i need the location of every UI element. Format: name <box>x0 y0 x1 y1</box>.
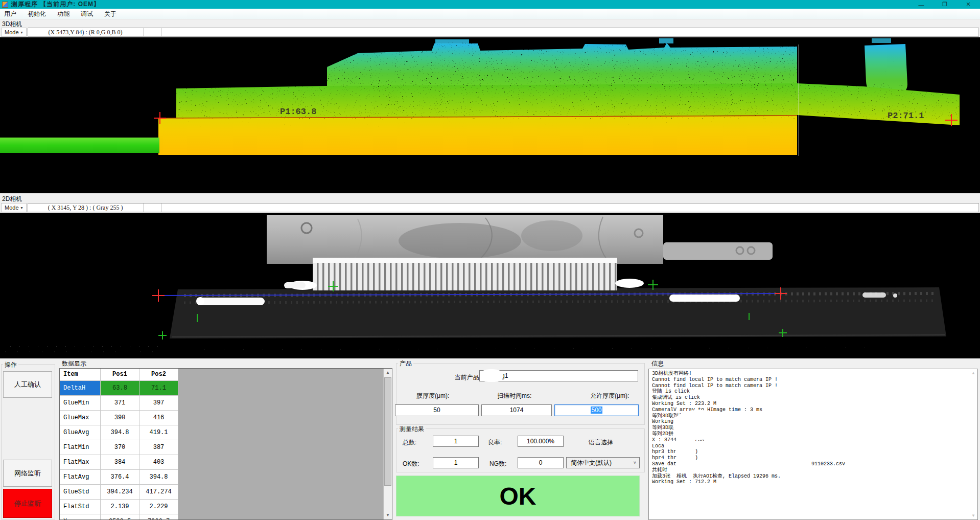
cell-pos2: 417.274 <box>139 485 178 500</box>
cell-item: X <box>60 514 101 520</box>
heightmap-3d: P1:63.8 P2:71.1 <box>0 37 980 193</box>
solder-blob <box>197 298 265 305</box>
camera2d-view[interactable] <box>0 213 980 358</box>
data-grid-header: ItemPos1Pos2 <box>60 369 178 381</box>
allowed-thickness-input[interactable]: 500 <box>554 404 639 416</box>
column-header-pos2[interactable]: Pos2 <box>139 369 178 381</box>
column-header-item[interactable]: Item <box>60 369 101 381</box>
table-row[interactable]: GlueMin371397 <box>60 396 178 411</box>
camera3d-mode-button[interactable]: Mode ▾ <box>1 28 27 37</box>
menu-item-0[interactable]: 用户 <box>0 8 22 20</box>
table-row[interactable]: FlatAvg376.4394.8 <box>60 470 178 485</box>
data-grid[interactable]: ItemPos1Pos2 DeltaH63.871.1GlueMin371397… <box>59 368 392 520</box>
cell-item: GlueMax <box>60 411 101 425</box>
data-grid-scrollbar[interactable]: ▲ ▼ <box>383 369 392 519</box>
yield-input[interactable]: 100.000% <box>518 436 564 447</box>
table-row[interactable]: GlueStd394.234417.274 <box>60 485 178 500</box>
language-dropdown[interactable]: 简体中文(默认) ˅ <box>566 457 640 468</box>
cell-item: FlatAvg <box>60 470 101 485</box>
ok-count-label: OK数: <box>403 460 419 468</box>
film-thickness-input[interactable]: 50 <box>395 404 479 416</box>
cell-pos1: 2583.5 <box>101 514 139 520</box>
scroll-up-icon: ▲ <box>971 371 975 375</box>
log-line: Cannot find local IP to match camera IP … <box>652 383 974 389</box>
solder-blob <box>669 295 740 302</box>
cell-item: GlueStd <box>60 485 101 500</box>
scroll-down-icon[interactable]: ▼ <box>384 511 392 519</box>
cell-item: DeltaH <box>60 381 101 396</box>
cell-pos2: 2.229 <box>139 500 178 514</box>
redaction-blob <box>701 447 718 455</box>
scan-time-input[interactable]: 1074 <box>481 404 552 416</box>
current-product-label: 当前产品: <box>442 373 481 382</box>
cell-pos2: 7966.7 <box>139 514 178 520</box>
cell-pos1: 63.8 <box>101 381 139 396</box>
menu-item-2[interactable]: 功能 <box>52 8 75 20</box>
scrollbar-thumb[interactable] <box>384 377 391 486</box>
log-line: Save dat 9110233.csv <box>652 461 974 467</box>
menu-item-4[interactable]: 关于 <box>99 8 122 20</box>
column-header-pos1[interactable]: Pos1 <box>101 369 139 381</box>
data-grid-body: DeltaH63.871.1GlueMin371397GlueMax390416… <box>60 381 178 520</box>
log-line: hpr3 thr ) <box>652 449 974 455</box>
cell-pos1: 2.139 <box>101 500 139 514</box>
chevron-down-icon: ▾ <box>21 206 23 210</box>
cell-pos1: 376.4 <box>101 470 139 485</box>
minimize-icon[interactable]: — <box>909 0 933 9</box>
log-line: 登陆 is click <box>652 389 974 395</box>
cell-pos1: 384 <box>101 455 139 470</box>
selected-text: 500 <box>591 406 602 414</box>
cell-pos2: 397 <box>139 396 178 411</box>
camera2d-mode-bar: Mode ▾ ( X 3145, Y 28 ) : ( Gray 255 ) <box>0 202 980 213</box>
cell-item: GlueMin <box>60 396 101 411</box>
menu-bar: 用户初始化功能调试关于 <box>0 9 980 19</box>
cell-item: FlatMin <box>60 440 101 455</box>
cell-pos2: 416 <box>139 411 178 425</box>
network-listen-button[interactable]: 网络监听 <box>3 460 52 487</box>
manual-confirm-button[interactable]: 人工确认 <box>3 371 52 398</box>
mode-label: Mode <box>5 29 19 35</box>
window-controls: — ❐ ✕ <box>909 0 980 9</box>
camera3d-view[interactable]: P1:63.8 P2:71.1 <box>0 37 980 193</box>
stop-listen-button[interactable]: 停止监听 <box>3 489 52 518</box>
table-row[interactable]: FlatMax384403 <box>60 455 178 470</box>
log-line: 加载3张 相机 执行AOI检查, Elapsed 19296 ms. <box>652 473 974 480</box>
scan-time-label: 扫描时间ms: <box>497 392 531 400</box>
log-line: Working Set : 712.2 M <box>652 479 974 485</box>
menu-item-3[interactable]: 调试 <box>75 8 99 20</box>
app-icon <box>2 2 8 8</box>
cell-pos1: 370 <box>101 440 139 455</box>
ng-count-input[interactable]: 0 <box>518 457 564 468</box>
chevron-down-icon: ˅ <box>634 458 636 468</box>
ok-count-input[interactable]: 1 <box>433 457 479 468</box>
log-line: hpr4 thr ) <box>652 455 974 461</box>
status-cell <box>162 204 978 212</box>
table-row[interactable]: DeltaH63.871.1 <box>60 381 178 396</box>
table-row[interactable]: GlueMax390416 <box>60 411 178 425</box>
results-title: 测量结果 <box>398 425 426 434</box>
table-row[interactable]: FlatStd2.1392.229 <box>60 500 178 514</box>
camera3d-mode-bar: Mode ▾ (X 5473,Y 84) : (R 0,G 0,B 0) <box>0 27 980 37</box>
title-bar: 测厚程序 【当前用户: OEM】 — ❐ ✕ <box>0 0 980 9</box>
app-window: 测厚程序 【当前用户: OEM】 — ❐ ✕ 用户初始化功能调试关于 3D相机 … <box>0 0 980 520</box>
camera2d-mode-button[interactable]: Mode ▾ <box>1 203 27 212</box>
maximize-icon[interactable]: ❐ <box>933 0 956 9</box>
close-icon[interactable]: ✕ <box>956 0 980 9</box>
p2-annotation: P2:71.1 <box>888 111 924 121</box>
language-dropdown-value: 简体中文(默认) <box>571 459 612 466</box>
cell-item: GlueAvg <box>60 425 101 440</box>
table-row[interactable]: X2583.57966.7 <box>60 514 178 520</box>
scroll-up-icon[interactable]: ▲ <box>384 369 392 377</box>
cell-pos2: 387 <box>139 440 178 455</box>
status-cell <box>144 28 162 36</box>
table-row[interactable]: FlatMin370387 <box>60 440 178 455</box>
table-row[interactable]: GlueAvg394.8419.1 <box>60 425 178 440</box>
status-cell <box>144 204 162 212</box>
menu-item-1[interactable]: 初始化 <box>22 8 52 20</box>
mode-label: Mode <box>5 205 19 211</box>
total-input[interactable]: 1 <box>433 436 479 447</box>
scroll-down-icon: ▼ <box>971 513 975 518</box>
status-cell <box>162 28 978 36</box>
film-thickness-label: 膜厚度(μm): <box>416 392 449 400</box>
ng-count-label: NG数: <box>489 460 506 468</box>
